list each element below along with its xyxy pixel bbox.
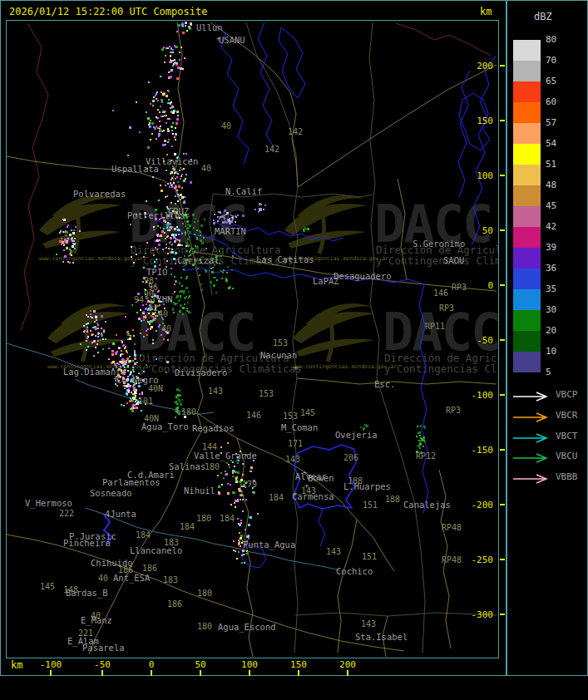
map-marker: + — [303, 468, 308, 476]
map-place-label: Polvaredas — [73, 189, 126, 199]
map-place-label: LaPAZ — [313, 276, 339, 286]
map-route-label: RP48 — [442, 523, 462, 532]
map-route-label: 40 — [161, 324, 171, 333]
bottom-axis-label: 50 — [184, 659, 217, 670]
map-place-label: Bardas_B — [66, 588, 108, 599]
svg-text:www.contingencias.mendoza.gov.: www.contingencias.mendoza.gov.ar — [39, 255, 143, 262]
colorbar-value: 80 — [546, 35, 571, 45]
map-place-label: USANU — [219, 35, 245, 45]
colorbar-block — [513, 352, 541, 372]
colorbar-block — [513, 165, 541, 185]
map-place-label: Punta_Agua — [243, 540, 295, 550]
radar-map[interactable]: DACCDirección de Agriculturay Contingenc… — [7, 21, 498, 657]
right-axis-tick — [500, 339, 505, 341]
map-place-label: V_Hermoso — [25, 498, 72, 509]
vector-row: VBBB — [512, 471, 552, 483]
colorbar-value: 5 — [546, 367, 571, 377]
map-place-label: Agua_Toro — [141, 421, 189, 432]
map-place-label: Canalejas — [403, 500, 451, 510]
radar-map-window: 2026/01/12 15:22:00 UTC Composite km DAC… — [0, 0, 506, 676]
map-route-label: 146 — [246, 411, 261, 420]
colorbar-value: 54 — [546, 139, 571, 149]
vector-arrow-icon — [512, 453, 552, 463]
legend-panel: dBZ 807065605754514845423936353020105 VB… — [506, 0, 588, 676]
map-route-label: RP48 — [442, 555, 462, 564]
bottom-axis-tick — [101, 670, 103, 676]
right-axis-label: -200 — [465, 500, 493, 510]
map-route-label: RP3 — [439, 303, 454, 313]
map-route-label: 188 — [385, 495, 400, 504]
colorbar-value: 36 — [546, 264, 571, 274]
map-route-label: RP12 — [416, 451, 436, 461]
map-place-label: Uspallata — [111, 164, 159, 174]
colorbar-block — [513, 40, 541, 61]
map-place-label: Agua_Escond — [218, 622, 276, 633]
map-route-label: 142 — [288, 127, 303, 136]
dacc-watermark: DACCDirección de Agriculturay Contingenc… — [39, 194, 294, 267]
map-route-label: 184 — [269, 493, 284, 502]
colorbar-block — [513, 123, 541, 144]
right-axis-tick — [500, 449, 505, 451]
map-route-label: 142 — [264, 145, 279, 154]
colorbar-block — [513, 144, 541, 165]
colorbar-block — [513, 206, 541, 227]
map-place-label: Valle_Grande — [194, 451, 257, 461]
bottom-axis-tick — [249, 670, 250, 676]
map-marker: + — [304, 481, 309, 490]
colorbar-value: 42 — [546, 222, 571, 232]
map-route-label: 180 — [196, 514, 211, 523]
bottom-axis-label: 200 — [331, 659, 364, 670]
axis-unit-bottom: km — [11, 659, 22, 671]
map-route-label: 153 — [273, 338, 288, 348]
bottom-axis-label: 150 — [282, 659, 315, 670]
map-route-label: 184 — [220, 514, 235, 523]
map-place-label: Carrizal — [177, 255, 220, 265]
echo-cluster — [161, 45, 185, 79]
svg-text:y Contingencias Climáticas: y Contingencias Climáticas — [376, 254, 498, 267]
map-place-label: Parlamentos — [102, 477, 161, 487]
map-route-label: 146 — [433, 288, 448, 298]
colorbar-value: 57 — [546, 118, 571, 128]
right-axis-label: -150 — [465, 445, 493, 456]
vector-label: VBBB — [556, 471, 578, 482]
map-route-label: 179 — [242, 480, 257, 489]
map-marker: + — [113, 374, 118, 382]
colorbar-block — [513, 61, 541, 81]
map-place-label: Carmensa — [292, 491, 334, 501]
map-route-label: 40 — [98, 574, 108, 583]
map-route-label: 153 — [283, 412, 298, 421]
echo-cluster — [146, 76, 179, 149]
map-route-label: 101 — [138, 397, 153, 406]
map-place-label: Llancanelo — [130, 545, 182, 555]
bottom-axis-tick — [298, 670, 299, 676]
map-route-label: 145 — [300, 408, 315, 417]
right-axis-tick — [500, 394, 505, 396]
colorbar-value: 65 — [546, 76, 571, 86]
road-line — [297, 378, 497, 384]
colorbar-value: 39 — [546, 243, 571, 253]
map-place-label: Nihuil — [184, 486, 215, 495]
right-axis-tick — [500, 120, 505, 121]
colorbar-block — [513, 81, 541, 102]
colorbar-value: 10 — [546, 347, 571, 357]
right-axis-tick — [500, 559, 505, 560]
map-place-label: Ovejeria — [335, 430, 378, 440]
colorbar-value: 30 — [546, 305, 571, 315]
map-route-label: 186 — [167, 599, 182, 609]
vector-row: VBCT — [512, 431, 552, 442]
map-place-label: Pasarela — [82, 643, 125, 653]
map-place-label: Ant_ESA — [113, 573, 151, 584]
vector-row: VBCU — [512, 451, 552, 462]
map-marker: + — [216, 34, 221, 42]
map-route-label: 151 — [363, 500, 378, 510]
colorbar-value: 70 — [546, 56, 571, 66]
map-route-label: 143 — [361, 619, 376, 629]
map-place-label: Divisadero — [175, 367, 227, 377]
map-place-label: Bowen — [308, 473, 334, 483]
vector-arrow-icon — [512, 412, 552, 422]
map-route-label: 171 — [288, 439, 303, 448]
right-axis-tick — [500, 614, 505, 615]
map-route-label: 184 — [180, 522, 195, 531]
map-place-label: Esc. — [374, 379, 395, 389]
bottom-axis-tick — [151, 670, 152, 676]
